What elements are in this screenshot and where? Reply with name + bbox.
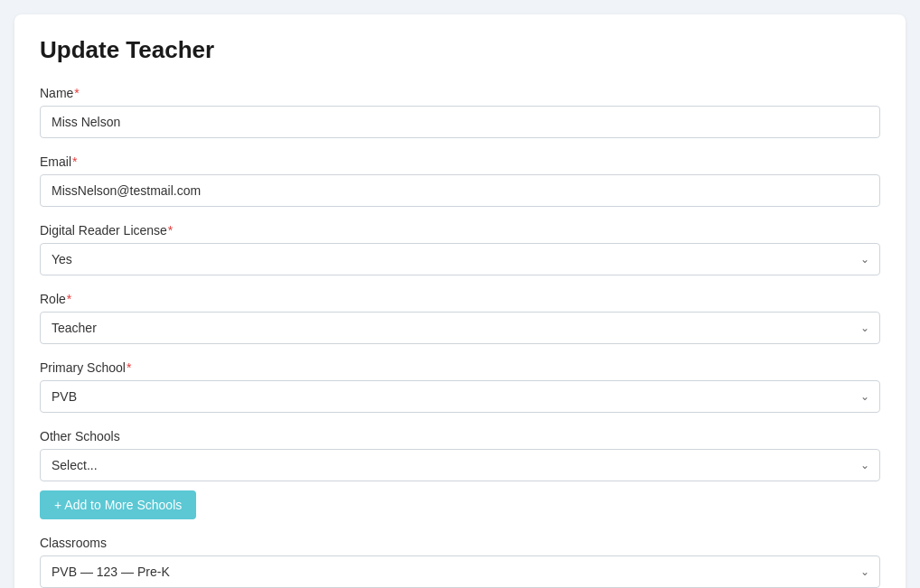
other-schools-label: Other Schools <box>40 429 880 443</box>
role-label: Role* <box>40 292 880 306</box>
primary-school-wrapper: PVB ⌄ <box>40 380 880 413</box>
classrooms-label: Classrooms <box>40 536 880 550</box>
classrooms-wrapper: PVB — 123 — Pre-K ⌄ <box>40 555 880 588</box>
role-select[interactable]: Teacher Admin <box>40 312 880 344</box>
primary-school-label: Primary School* <box>40 360 880 375</box>
other-schools-select[interactable]: Select... <box>40 449 880 481</box>
name-label: Name* <box>40 86 880 100</box>
add-to-more-schools-button[interactable]: + Add to More Schools <box>40 490 196 519</box>
digital-reader-license-wrapper: Yes No ⌄ <box>40 243 880 275</box>
form-container: Update Teacher Name* Email* Digital Read… <box>14 14 906 588</box>
page-title: Update Teacher <box>40 36 880 64</box>
digital-reader-license-select[interactable]: Yes No <box>40 243 880 275</box>
email-input[interactable] <box>40 174 880 207</box>
name-input[interactable] <box>40 106 880 138</box>
other-schools-field-group: Other Schools Select... ⌄ + Add to More … <box>40 429 880 519</box>
primary-school-select[interactable]: PVB <box>40 380 880 413</box>
primary-school-field-group: Primary School* PVB ⌄ <box>40 360 880 413</box>
email-label: Email* <box>40 154 880 169</box>
classrooms-select[interactable]: PVB — 123 — Pre-K <box>40 555 880 588</box>
digital-reader-license-group: Digital Reader License* Yes No ⌄ <box>40 223 880 275</box>
classrooms-field-group: Classrooms PVB — 123 — Pre-K ⌄ + Add to … <box>40 536 880 588</box>
role-field-group: Role* Teacher Admin ⌄ <box>40 292 880 344</box>
role-wrapper: Teacher Admin ⌄ <box>40 312 880 344</box>
email-field-group: Email* <box>40 154 880 207</box>
digital-reader-license-label: Digital Reader License* <box>40 223 880 238</box>
other-schools-wrapper: Select... ⌄ <box>40 449 880 481</box>
name-field-group: Name* <box>40 86 880 138</box>
